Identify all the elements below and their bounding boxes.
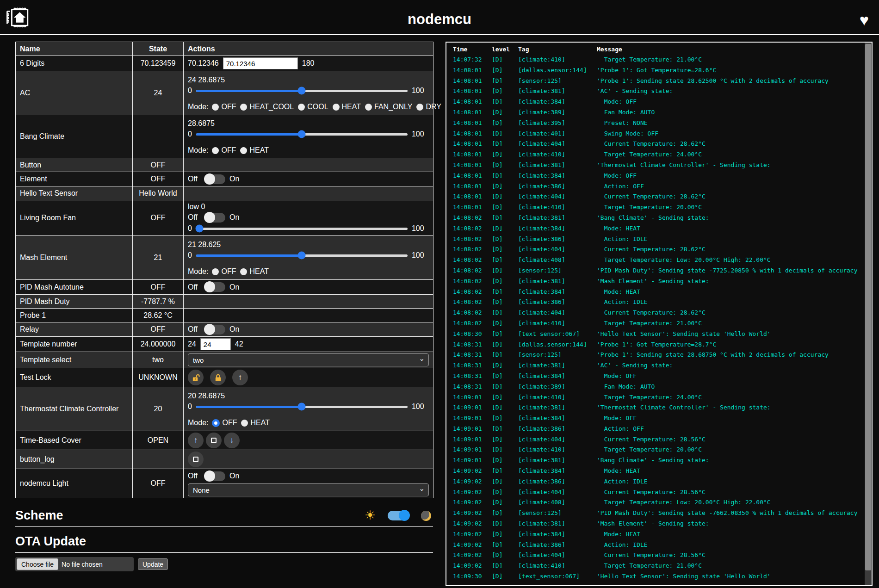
table-row: Thermostat Climate Controller 20 20 28.6… [16,387,433,431]
toggle-switch[interactable] [204,325,225,334]
heart-icon[interactable]: ♥ [860,12,869,28]
temperature-slider[interactable] [196,406,408,408]
press-button[interactable] [188,452,204,467]
log-row: 14:08:01 [D] [climate:381] 'AC' - Sendin… [446,86,872,97]
mode-radio-cool[interactable]: COOL [298,103,328,111]
number-input[interactable] [223,57,298,69]
log-row: 14:08:01 [D] [climate:384] Mode: OFF [446,171,872,181]
log-time: 14:07:32 [453,55,492,65]
entity-state: 21 [133,236,184,280]
log-level: [D] [492,445,518,455]
log-row: 14:08:01 [D] [climate:386] Action: OFF [446,181,872,192]
log-time: 14:08:02 [453,297,492,308]
table-row: Relay OFF Off On [16,322,433,337]
toggle-switch[interactable] [204,213,225,223]
temperature-slider[interactable] [196,254,408,257]
log-level: [D] [492,571,518,582]
mode-radio-heat-cool[interactable]: HEAT_COOL [240,103,294,111]
lock-button[interactable] [210,370,226,385]
climate-values: 28.6875 [188,119,429,128]
log-tag: [climate:386] [518,477,597,487]
log-row: 14:08:01 [D] [climate:401] Swing Mode: O… [446,129,872,139]
log-scrollbar-thumb[interactable] [865,44,871,570]
mode-radio-off[interactable]: OFF [212,103,236,111]
log-time: 14:09:30 [453,571,492,582]
entity-state: Hello World [133,186,184,200]
toggle-switch[interactable] [204,282,225,292]
temperature-slider[interactable] [196,90,408,92]
log-scrollbar[interactable] [865,43,872,585]
log-tag: [climate:381] [518,213,597,223]
file-input[interactable]: Choose file No file chosen [15,557,134,571]
log-message: Mode: OFF [597,171,872,181]
template-select-dropdown[interactable]: two ⌄ [188,353,429,366]
log-tag: [climate:381] [518,402,597,413]
log-tag: [text_sensor:067] [518,571,597,582]
log-level: [D] [492,223,518,234]
fan-speed-slider[interactable] [196,228,408,230]
radio-icon [240,104,247,111]
log-time: 14:09:02 [453,477,492,487]
cover-stop-button[interactable] [206,433,222,448]
log-tag: [climate:389] [518,382,597,392]
mode-radio-off-selected[interactable]: OFF [212,419,237,427]
entity-state: UNKNOWN [133,368,184,387]
log-time: 14:08:02 [453,255,492,266]
number-input[interactable] [200,338,231,350]
light-effect-dropdown[interactable]: None ⌄ [188,483,429,496]
log-tag: [climate:404] [518,308,597,318]
mode-radio-fan-only[interactable]: FAN_ONLY [365,103,412,111]
toggle-switch[interactable] [204,471,225,481]
log-message: 'PID Mash Duty': Sending state -7662.083… [597,508,872,519]
log-message: Mode: OFF [597,371,872,382]
temperature-slider[interactable] [196,133,408,136]
cover-open-button[interactable]: ↑ [188,433,204,448]
log-tag: [climate:381] [518,519,597,529]
log-level: [D] [492,382,518,392]
entity-name: Probe 1 [16,309,133,322]
lock-icon [214,373,223,382]
radio-icon [240,268,247,275]
log-message: 'Hello Text Sensor': Sending state 'Hell… [597,329,872,340]
log-message: Current Temperature: 28.56°C [597,487,872,498]
ota-heading: OTA Update [15,534,86,549]
choose-file-button[interactable]: Choose file [17,558,58,570]
log-level: [D] [492,508,518,519]
log-tag: [sensor:125] [518,76,597,87]
log-tag: [climate:395] [518,118,597,129]
table-row: Template number 24.000000 24 42 [16,337,433,352]
toggle-switch[interactable] [204,174,225,184]
log-tag: [climate:408] [518,497,597,508]
log-row: 14:08:01 [D] [climate:410] Target Temper… [446,202,872,213]
entity-name: button_log [16,450,133,469]
update-button[interactable]: Update [138,558,168,570]
radio-icon [212,104,219,111]
cover-close-button[interactable]: ↓ [224,433,240,448]
mode-radio-dry[interactable]: DRY [416,103,441,111]
table-row: button_log [16,450,433,469]
entity-state: 70.123459 [133,56,184,71]
mode-radio-heat[interactable]: HEAT [240,146,268,155]
log-level: [D] [492,234,518,245]
log-row: 14:08:02 [D] [climate:408] Target Temper… [446,255,872,266]
mode-radio-heat[interactable]: HEAT [333,103,361,111]
scheme-toggle[interactable] [388,511,409,520]
lock-open-button[interactable]: ↑ [232,370,248,385]
mode-radio-heat[interactable]: HEAT [241,419,269,427]
table-row: Probe 1 28.62 °C [16,309,433,322]
log-time: 14:08:02 [453,244,492,255]
log-tag: [text_sensor:067] [518,329,597,340]
log-tag: [climate:381] [518,276,597,287]
log-row: 14:08:02 [D] [climate:404] Current Tempe… [446,308,872,318]
entity-name: nodemcu Light [16,469,133,498]
mode-radio-heat[interactable]: HEAT [240,267,268,276]
mode-radio-off[interactable]: OFF [212,267,236,276]
unlock-button[interactable] [188,370,204,385]
number-max: 42 [235,340,243,348]
entity-name: Button [16,158,133,172]
radio-icon [333,104,340,111]
mode-radio-off[interactable]: OFF [212,146,236,155]
entity-panel: Name State Actions 6 Digits 70.123459 70… [15,42,433,571]
log-message: Target Temperature: Low: 20.00°C High: 2… [597,497,872,508]
log-row: 14:07:32 [D] [climate:410] Target Temper… [446,55,872,65]
